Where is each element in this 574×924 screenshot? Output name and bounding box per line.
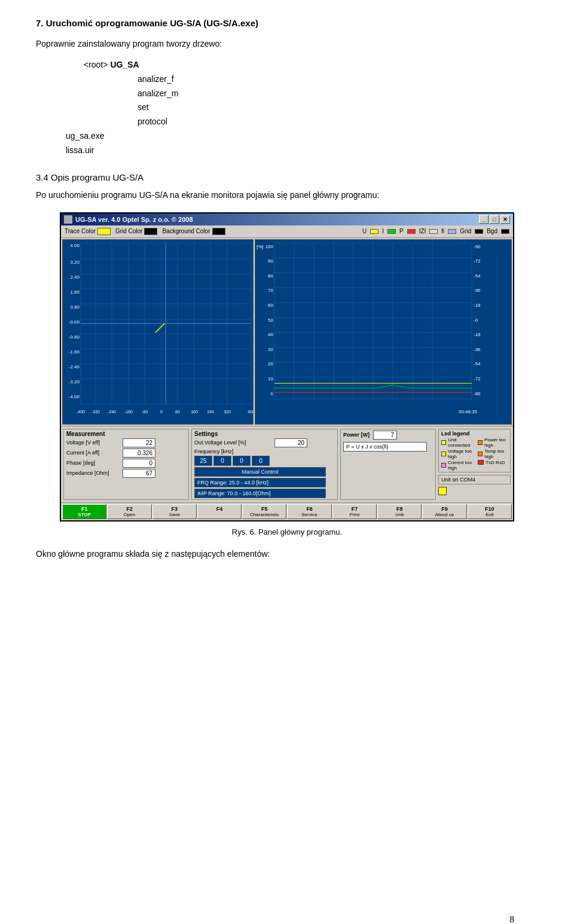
led-temp-too-high xyxy=(478,452,483,456)
formula-box: P = U x J x cos(fi) xyxy=(343,442,427,452)
grid-color-swatch[interactable] xyxy=(144,228,157,235)
window-title: UG-SA ver. 4.0 Optel Sp. z o.o. © 2008 xyxy=(75,216,193,223)
f10-exit-button[interactable]: F10 Exit xyxy=(468,504,512,519)
svg-text:160: 160 xyxy=(191,410,198,414)
led-label-temp-too-high: Temp too high xyxy=(484,449,508,459)
u-led xyxy=(370,229,378,234)
led-legend-title: Led legend xyxy=(441,431,508,437)
svg-text:-80: -80 xyxy=(142,410,148,414)
trace-color-swatch[interactable] xyxy=(97,228,111,235)
f7-print-button[interactable]: F7 Print xyxy=(332,504,377,519)
freq-val-3[interactable]: 0 xyxy=(233,456,251,466)
tree-item-1: analizer_f xyxy=(138,72,538,87)
impedance-value: 67 xyxy=(123,469,155,478)
svg-text:-90: -90 xyxy=(474,244,481,249)
led-label-unit-connected: Unit connected xyxy=(448,437,473,448)
measurement-title: Measurement xyxy=(66,431,186,437)
tree-block: <root> UG_SA analizer_f analizer_m set p… xyxy=(48,58,538,158)
i-led xyxy=(387,229,396,234)
fkey-bar: F1 STOP F2 Open F3 Save F4 F5 Characteri… xyxy=(61,502,513,520)
led-label-voltage-too-high: Voltage too high xyxy=(448,449,473,459)
svg-text:80: 80 xyxy=(268,273,273,279)
imp-range: IMP Range: 70.0 - 160.0[Ohm] xyxy=(194,489,326,498)
chart-left: 4.00 3.20 2.40 1.60 0.80 -0.00 -0.80 -1.… xyxy=(62,239,254,425)
svg-text:30: 30 xyxy=(268,347,273,352)
section-title: 3.4 Opis programu UG-S/A xyxy=(36,172,538,182)
frq-range: FRQ Range: 25.0 - 44.0 [kHz] xyxy=(194,478,326,487)
minimize-button[interactable]: _ xyxy=(479,215,488,224)
svg-text:0: 0 xyxy=(160,410,163,414)
svg-text:-240: -240 xyxy=(108,410,116,414)
led-current-too-high xyxy=(441,463,446,468)
legend-area: Led legend Unit connected Voltage too hi… xyxy=(438,429,511,500)
svg-text:-72: -72 xyxy=(474,376,481,382)
svg-text:-54: -54 xyxy=(474,273,481,279)
bottom-panel: Measurement Voltage [V eff] 22 Current [… xyxy=(61,426,513,502)
tree-item-3: set xyxy=(138,100,538,115)
title-bar: UG-SA ver. 4.0 Optel Sp. z o.o. © 2008 _… xyxy=(61,214,513,225)
svg-text:-0: -0 xyxy=(474,318,478,323)
svg-text:60: 60 xyxy=(268,303,273,308)
svg-text:40: 40 xyxy=(268,332,273,337)
f4-button[interactable]: F4 xyxy=(197,504,242,519)
f6-service-button[interactable]: F6 Service xyxy=(287,504,331,519)
out-voltage-value: 20 xyxy=(274,438,307,447)
svg-text:-1.60: -1.60 xyxy=(69,349,80,355)
led-label-txd-rxd: TxD RxD xyxy=(486,460,505,465)
svg-text:400: 400 xyxy=(248,410,253,414)
f9-about-button[interactable]: F9 About us xyxy=(422,504,466,519)
svg-text:70: 70 xyxy=(268,288,273,293)
phase-label: Phase [deg] xyxy=(66,460,120,466)
tree-item-5: ug_sa.exe xyxy=(66,129,538,144)
f2-open-button[interactable]: F2 Open xyxy=(107,504,151,519)
charts-area: 4.00 3.20 2.40 1.60 0.80 -0.00 -0.80 -1.… xyxy=(61,238,513,426)
caption: Rys. 6. Panel główny programu. xyxy=(36,527,538,536)
manual-control-button[interactable]: Manual Control xyxy=(194,467,326,477)
bgd-led xyxy=(501,229,509,234)
led-legend: Led legend Unit connected Voltage too hi… xyxy=(438,429,511,472)
footer-text: Okno główne programu składa się z następ… xyxy=(36,547,538,560)
chart-right: [%] 100 90 80 70 60 50 40 30 20 10 0 xyxy=(255,239,512,425)
u-label: U xyxy=(362,228,367,234)
freq-val-1[interactable]: 25 xyxy=(194,456,212,466)
impedance-label: Impedance [Ohm] xyxy=(66,470,120,476)
svg-text:-72: -72 xyxy=(474,258,481,264)
freq-val-4[interactable]: 0 xyxy=(252,456,270,466)
svg-text:-4.00: -4.00 xyxy=(69,394,80,400)
grid-led xyxy=(475,229,483,234)
bg-color-swatch[interactable] xyxy=(212,228,225,235)
svg-text:1.60: 1.60 xyxy=(70,289,80,295)
svg-text:0: 0 xyxy=(271,391,274,397)
page-number: 8 xyxy=(509,914,514,924)
restore-button[interactable]: □ xyxy=(490,215,499,224)
svg-text:-400: -400 xyxy=(77,410,85,414)
f8-unit-button[interactable]: F8 Unit xyxy=(377,504,422,519)
voltage-label: Voltage [V eff] xyxy=(66,440,120,446)
freq-val-2[interactable]: 0 xyxy=(213,456,231,466)
page-heading: 7. Uruchomić oprogramowanie UG-S/A (UG-S… xyxy=(36,18,538,28)
trace-color-label: Trace Color xyxy=(65,228,96,234)
f5-characteristic-button[interactable]: F5 Characteristic xyxy=(242,504,286,519)
close-button[interactable]: ✕ xyxy=(500,215,510,224)
toolbar: Trace Color Grid Color Background Color … xyxy=(61,225,513,238)
svg-text:90: 90 xyxy=(268,258,273,264)
grid-label: Grid xyxy=(460,228,471,234)
grid-color-label: Grid Color xyxy=(115,228,143,234)
svg-text:-54: -54 xyxy=(474,361,481,367)
intro-text: Poprawnie zainstalowany program tworzy d… xyxy=(36,39,538,48)
p-label: P xyxy=(399,228,404,234)
f1-stop-button[interactable]: F1 STOP xyxy=(62,504,106,519)
power-section: Power [W] 7 P = U x J x cos(fi) xyxy=(340,429,436,500)
izi-led xyxy=(429,229,438,234)
svg-text:-3.20: -3.20 xyxy=(69,379,80,385)
svg-text:-18: -18 xyxy=(474,332,481,337)
current-label: Current [A eff] xyxy=(66,450,120,456)
led-label-power-too-high: Power too high xyxy=(484,437,508,448)
ugsa-window: UG-SA ver. 4.0 Optel Sp. z o.o. © 2008 _… xyxy=(60,212,514,522)
svg-text:-18: -18 xyxy=(474,303,481,308)
f3-save-button[interactable]: F3 Save xyxy=(152,504,197,519)
settings-section: Settings Out.Voltage Level [%] 20 Freque… xyxy=(191,429,338,500)
svg-text:10: 10 xyxy=(268,376,273,382)
svg-text:-0.00: -0.00 xyxy=(69,319,80,325)
status-led xyxy=(438,487,447,495)
